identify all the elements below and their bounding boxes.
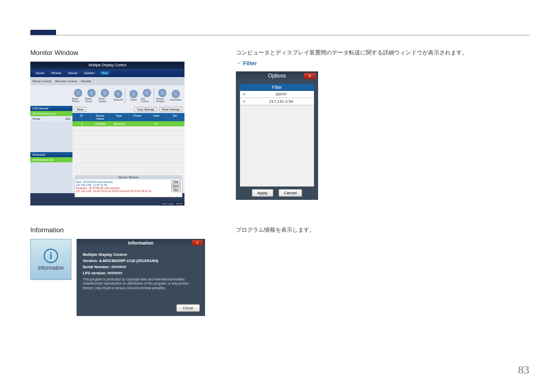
icon-reset-sound[interactable]: Reset Sound	[85, 87, 98, 104]
menu-system[interactable]: System	[82, 71, 97, 75]
monitor-panel: Monitor Window Sent : 00:53:59 (4 milli …	[75, 179, 182, 197]
mdc-optbar: Panel Control Remote Control Disable	[30, 77, 184, 85]
table-head: IDDevice NameTypePowerInputSet	[72, 113, 184, 121]
page-content: Monitor Window Multiple Display Control …	[30, 49, 530, 337]
icon-reset-picture[interactable]: Reset Picture	[72, 87, 84, 104]
mdc-footer: User Login : admin	[160, 201, 184, 206]
info-dialog-title: Information	[77, 239, 205, 247]
info-notice: This program is protected by copyright l…	[83, 277, 199, 290]
page-number: 83	[518, 363, 529, 377]
information-heading: Information	[30, 226, 210, 234]
side-all-conn[interactable]: All Connection List	[30, 111, 72, 116]
menu-sound[interactable]: Sound	[66, 71, 80, 75]
information-desc: プログラム情報を表示します。	[236, 226, 530, 234]
info-serial: Serial Number: #######	[83, 265, 199, 269]
side-schedule[interactable]: Schedule	[30, 152, 72, 157]
menu-tool[interactable]: Tool	[99, 71, 110, 75]
header-rule	[30, 35, 530, 35]
monitor-panel-title: Monitor Window	[75, 175, 182, 179]
mdc-icon-row: Reset Picture Reset Sound Reset System R…	[30, 85, 184, 106]
icon-reset-all[interactable]: Reset All	[112, 87, 124, 104]
section-information: Information i Information Information X …	[30, 226, 530, 316]
filter-bullet: ・ Filter	[236, 60, 530, 67]
options-close-icon[interactable]: X	[304, 73, 316, 79]
side-all-sched[interactable]: All Schedule List	[30, 157, 72, 162]
info-tile-label: Information	[38, 265, 64, 271]
options-row[interactable]: ✔ 217.141.3.58	[240, 98, 314, 105]
close-button[interactable]: Close	[176, 304, 200, 312]
mdc-main: More Copy Settings Paste Settings IDDevi…	[72, 106, 184, 193]
information-dialog: Information X Multiple Display Control V…	[77, 239, 205, 316]
info-version: Version: A-MDCBGDSP-1110 (2013/01/04)	[83, 258, 199, 263]
info-lfd: LFD version: #######	[83, 271, 199, 275]
header-accent	[30, 30, 56, 35]
btn-export[interactable]: Export	[171, 184, 181, 188]
check-icon[interactable]: ✔	[240, 99, 248, 104]
mdc-titlebar: Multiple Display Control	[30, 62, 184, 69]
options-dialog: Options X Filter ✔ SMTP ✔ 217.141.3.58 A…	[236, 71, 318, 200]
icon-reset-system[interactable]: Reset System	[99, 87, 111, 104]
table-grid	[72, 126, 184, 178]
apply-button[interactable]: Apply	[252, 189, 273, 197]
icon-option[interactable]: Option	[127, 87, 140, 104]
info-program: Multiple Display Control	[83, 252, 199, 257]
filter-label: Filter	[243, 60, 257, 66]
check-icon[interactable]: ✔	[240, 92, 248, 97]
opt-disable[interactable]: Disable	[81, 80, 91, 83]
btn-copy[interactable]: Copy Settings	[134, 107, 157, 112]
mdc-window: Multiple Display Control Home Picture So…	[30, 62, 184, 206]
opt-panel: Panel Control	[32, 80, 51, 83]
mdc-menubar: Home Picture Sound System Tool	[30, 69, 184, 77]
icon-monitor-window[interactable]: Monitor Window	[156, 87, 169, 104]
btn-more[interactable]: More	[75, 107, 86, 112]
options-header: Filter	[240, 84, 314, 91]
mon-recv-data: 217.141.3.58 : AA FF 00 03 41 F9 00 3A A…	[76, 190, 181, 193]
icon-information[interactable]: Information	[170, 87, 182, 104]
opt-remote: Remote Control	[55, 80, 77, 83]
side-group-row[interactable]: GroupEdit	[30, 116, 72, 121]
btn-paste[interactable]: Paste Settings	[159, 107, 182, 112]
options-row[interactable]: ✔ SMTP	[240, 91, 314, 98]
menu-picture[interactable]: Picture	[49, 71, 64, 75]
information-tile[interactable]: i Information	[30, 239, 71, 280]
btn-clear[interactable]: Clear	[171, 180, 181, 184]
mdc-sidebar: LFD Device All Connection List GroupEdit…	[30, 106, 72, 193]
section-monitor: Monitor Window Multiple Display Control …	[30, 49, 530, 206]
table-row[interactable]: 0[T]DBWEthernetPC	[72, 121, 184, 126]
menu-home[interactable]: Home	[33, 71, 47, 75]
monitor-desc: コンピュータとディスプレイ装置間のデータ転送に関する詳細ウィンドウが表示されます…	[236, 49, 530, 57]
side-lfd[interactable]: LFD Device	[30, 106, 72, 111]
icon-edit-column[interactable]: Edit Column	[141, 87, 153, 104]
info-icon: i	[44, 249, 58, 263]
cancel-button[interactable]: Cancel	[279, 189, 303, 197]
monitor-heading: Monitor Window	[30, 49, 210, 57]
btn-filter[interactable]: Filter	[171, 189, 181, 192]
info-close-icon[interactable]: X	[192, 240, 203, 246]
